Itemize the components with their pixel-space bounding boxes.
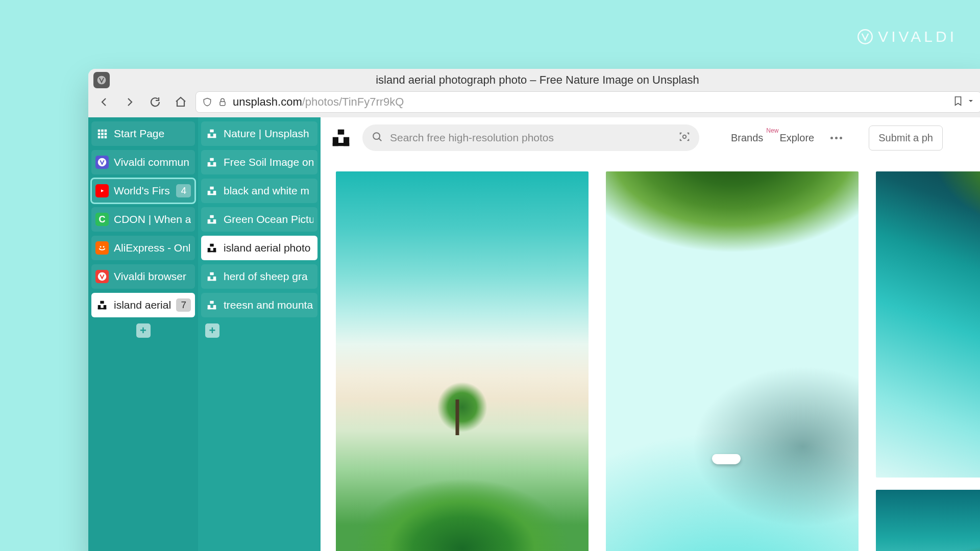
unsplash-icon [205,270,218,283]
site-logo-icon[interactable] [331,128,351,148]
tab-cdon[interactable]: C CDON | When a [91,207,195,232]
tab-label: CDON | When a [114,213,191,226]
svg-rect-25 [208,137,216,138]
main-area: Start Page Vivaldi commun World's Firs 4… [88,117,980,551]
svg-point-56 [683,135,686,138]
nav-brands[interactable]: Brands New [731,132,763,144]
toolbar: unsplash.com/photos/TinFy7rr9kQ [88,91,980,117]
tab-label: herd of sheep gra [224,270,313,283]
search-input[interactable] [390,132,672,144]
visual-search-icon[interactable] [679,131,690,144]
forward-button[interactable] [119,91,140,113]
image-gallery [321,158,980,551]
address-bar[interactable]: unsplash.com/photos/TinFy7rr9kQ [195,91,980,113]
svg-rect-45 [208,280,216,281]
tab-column-stack: Nature | Unsplash Free Soil Image on bla… [198,117,321,551]
svg-rect-41 [208,251,216,253]
svg-rect-46 [210,301,213,304]
vivaldi-watermark: VIVALDI [857,28,957,45]
tab-label: Green Ocean Pictu [224,213,313,226]
new-tab-button[interactable]: + [136,323,151,338]
tab-label: AliExpress - Onl [114,242,191,254]
vivaldi-app-icon[interactable] [93,72,110,88]
back-button[interactable] [93,91,115,113]
svg-line-55 [379,138,381,141]
svg-rect-4 [101,130,104,132]
page-title: island aerial photograph photo – Free Na… [88,73,980,87]
url-text: unsplash.com/photos/TinFy7rr9kQ [233,95,404,109]
svg-rect-50 [338,130,345,135]
addressbar-dropdown-icon[interactable] [967,97,975,107]
stack-tab-active[interactable]: island aerial photo [201,236,317,260]
site-header: Brands New Explore Submit a ph [321,117,980,158]
svg-rect-49 [208,308,216,310]
tab-label: Start Page [114,128,191,140]
svg-rect-10 [101,136,104,139]
tab-vivaldi-browser[interactable]: Vivaldi browser [91,264,195,289]
unsplash-icon [205,156,218,169]
home-button[interactable] [170,91,191,113]
unsplash-icon [205,184,218,197]
tab-label: World's Firs [114,185,171,197]
gallery-image[interactable] [876,490,980,551]
aliexpress-icon [95,241,109,255]
unsplash-icon [205,241,218,255]
svg-rect-8 [105,133,107,135]
svg-rect-29 [208,165,216,167]
more-menu-icon[interactable] [830,137,842,139]
stack-tab[interactable]: Nature | Unsplash [201,121,317,146]
svg-rect-33 [208,194,216,195]
tab-aliexpress[interactable]: AliExpress - Onl [91,236,195,260]
webpage: Brands New Explore Submit a ph [321,117,980,551]
nav-explore[interactable]: Explore [779,132,814,144]
tab-label: island aerial [114,299,171,311]
svg-rect-6 [98,133,101,135]
submit-photo-button[interactable]: Submit a ph [869,126,943,151]
tab-vivaldi-community[interactable]: Vivaldi commun [91,150,195,174]
grid-icon [95,127,109,140]
tab-label: Free Soil Image on [224,156,313,168]
stack-tab[interactable]: Free Soil Image on [201,150,317,174]
gallery-image[interactable] [606,171,859,551]
bookmark-icon[interactable] [952,95,964,109]
svg-rect-11 [105,136,107,139]
vivaldi-icon [95,156,109,169]
browser-window: island aerial photograph photo – Free Na… [88,69,980,551]
svg-rect-30 [210,187,213,190]
vivaldi-icon [95,270,109,283]
new-tab-in-stack-button[interactable]: + [205,323,219,338]
tracker-shield-icon[interactable] [202,97,212,107]
tab-column-primary: Start Page Vivaldi commun World's Firs 4… [88,117,198,551]
tab-label: Vivaldi commun [114,156,191,168]
svg-rect-22 [210,130,213,133]
svg-rect-9 [98,136,101,139]
svg-rect-53 [333,143,350,146]
gallery-image[interactable] [336,171,589,551]
svg-rect-3 [98,130,101,132]
lock-icon[interactable] [217,97,228,107]
svg-point-0 [858,30,872,44]
titlebar: island aerial photograph photo – Free Na… [88,69,980,91]
tab-youtube[interactable]: World's Firs 4 [91,179,195,203]
stack-tab[interactable]: treesn and mounta [201,293,317,317]
tab-stack-island-aerial[interactable]: island aerial 7 [91,293,195,317]
tab-label: black and white m [224,185,313,197]
stack-tab[interactable]: herd of sheep gra [201,264,317,289]
svg-point-15 [100,246,102,247]
tab-label: Vivaldi browser [114,270,191,283]
stack-tab[interactable]: black and white m [201,179,317,203]
unsplash-icon [95,298,109,312]
tab-label: Nature | Unsplash [224,128,313,140]
url-host: unsplash.com [233,95,302,108]
unsplash-icon [205,127,218,140]
search-bar[interactable] [362,124,699,151]
gallery-image[interactable] [876,171,980,478]
stack-tab[interactable]: Green Ocean Pictu [201,207,317,232]
reload-button[interactable] [144,91,166,113]
svg-rect-42 [210,272,213,276]
svg-rect-7 [101,133,104,135]
tab-start-page[interactable]: Start Page [91,121,195,146]
watermark-text: VIVALDI [878,28,957,45]
site-nav: Brands New Explore [731,132,842,144]
tab-label: island aerial photo [224,242,313,254]
